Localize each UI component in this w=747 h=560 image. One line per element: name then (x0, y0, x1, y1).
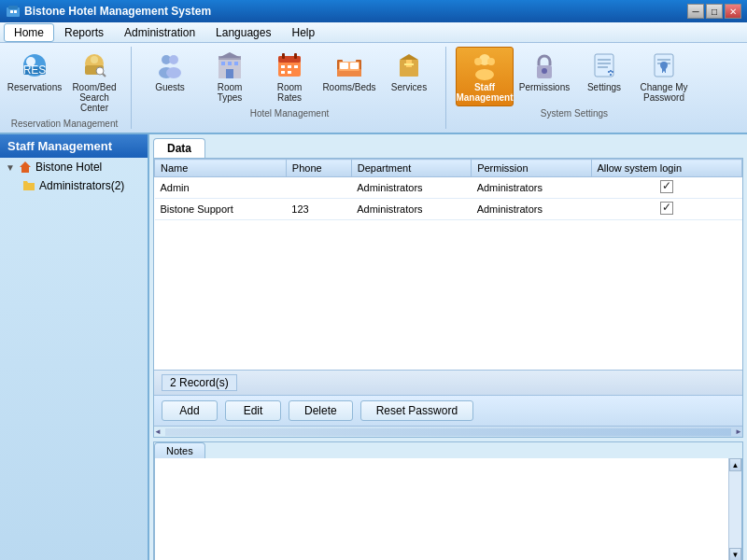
notes-tab[interactable]: Notes (154, 442, 205, 458)
tab-data[interactable]: Data (153, 138, 205, 158)
scroll-track (729, 471, 741, 548)
toolbar: RES Reservations Room/BedSearch Center (0, 43, 747, 134)
action-bar: Add Edit Delete Reset Password (154, 395, 742, 426)
cell-permission: Administrators (472, 199, 591, 220)
svg-rect-31 (281, 71, 285, 74)
menu-bar: Home Reports Administration Languages He… (0, 22, 747, 43)
rooms-beds-label: Rooms/Beds (322, 82, 375, 92)
title-bar: Bistone Hotel Management System ─ □ ✕ (0, 0, 747, 22)
permissions-button[interactable]: Permissions (515, 47, 573, 106)
scroll-hint: ◄ ► (154, 426, 742, 437)
notes-content: ▲ ▼ (154, 458, 742, 560)
menu-languages[interactable]: Languages (205, 23, 281, 42)
tree-root[interactable]: ▼ Bistone Hotel (0, 158, 148, 176)
room-types-button[interactable]: RoomTypes (201, 47, 259, 106)
cell-permission: Administrators (472, 177, 591, 199)
cell-allow-login (591, 199, 741, 220)
menu-administration[interactable]: Administration (114, 23, 205, 42)
add-button[interactable]: Add (162, 400, 218, 421)
col-allow-login: Allow system login (591, 160, 741, 177)
menu-reports[interactable]: Reports (54, 23, 114, 42)
room-rates-button[interactable]: RoomRates (261, 47, 318, 106)
cell-department: Administrators (351, 177, 471, 199)
maximize-button[interactable]: □ (706, 4, 723, 19)
edit-button[interactable]: Edit (225, 400, 281, 421)
svg-rect-21 (228, 62, 232, 65)
notes-scrollbar[interactable]: ▲ ▼ (728, 458, 741, 560)
notes-tab-bar: Notes (154, 442, 742, 458)
guests-icon (155, 50, 185, 80)
room-types-label: RoomTypes (218, 82, 243, 103)
tree-administrators-label: Administrators(2) (39, 179, 124, 192)
app-title: Bistone Hotel Management System (24, 5, 687, 18)
reservations-button[interactable]: RES Reservations (6, 47, 63, 117)
menu-home[interactable]: Home (4, 23, 54, 42)
app-icon (6, 4, 21, 19)
key-icon (649, 50, 679, 80)
building-icon (215, 50, 245, 80)
svg-marker-40 (400, 54, 418, 60)
room-rates-label: RoomRates (277, 82, 303, 103)
svg-rect-20 (221, 62, 225, 65)
svg-marker-56 (20, 161, 31, 173)
svg-point-11 (96, 67, 104, 75)
reservation-group-label: Reservation Management (6, 117, 123, 129)
guests-button[interactable]: Guests (141, 47, 199, 106)
svg-marker-19 (218, 52, 241, 58)
delete-button[interactable]: Delete (289, 400, 353, 421)
hotel-group-label: Hotel Management (141, 106, 438, 119)
staff-management-button[interactable]: StaffManagement (456, 47, 514, 106)
svg-rect-3 (14, 10, 17, 13)
services-button[interactable]: Services (380, 47, 438, 106)
scroll-right-icon: ► (735, 427, 742, 436)
change-password-button[interactable]: Change MyPassword (635, 47, 693, 106)
cell-department: Administrators (351, 199, 471, 220)
close-button[interactable]: ✕ (725, 4, 741, 19)
reset-password-button[interactable]: Reset Password (360, 400, 473, 421)
system-group-label: System Settings (456, 106, 693, 119)
bed-search-icon (79, 50, 109, 80)
scroll-up-button[interactable]: ▲ (729, 458, 741, 471)
minimize-button[interactable]: ─ (687, 4, 704, 19)
svg-rect-28 (281, 65, 285, 68)
svg-rect-42 (404, 63, 414, 65)
rooms-beds-button[interactable]: Rooms/Beds (320, 47, 378, 106)
col-department: Department (351, 160, 471, 177)
lock-icon (529, 50, 559, 80)
table-row[interactable]: Bistone Support 123 Administrators Admin… (155, 199, 742, 220)
checkbox-checked (660, 202, 673, 215)
permissions-label: Permissions (519, 82, 570, 92)
svg-rect-27 (294, 53, 297, 59)
sidebar-header: Staff Management (0, 134, 148, 158)
svg-rect-2 (10, 10, 13, 13)
record-count-value: 2 Record(s) (162, 374, 237, 391)
staff-icon (470, 50, 500, 80)
room-search-button[interactable]: Room/BedSearch Center (65, 47, 123, 117)
notes-panel: Notes ▲ ▼ (153, 441, 743, 560)
table-container[interactable]: Name Phone Department Permission Allow s… (154, 159, 742, 370)
table-row[interactable]: Admin Administrators Administrators (155, 177, 742, 199)
home-icon (19, 161, 32, 174)
svg-point-14 (169, 55, 178, 64)
settings-button[interactable]: Settings (575, 47, 633, 106)
main-area: Staff Management ▼ Bistone Hotel Adminis… (0, 134, 747, 560)
tree-administrators[interactable]: Administrators(2) (0, 176, 148, 195)
scroll-down-button[interactable]: ▼ (729, 548, 741, 560)
svg-rect-32 (288, 71, 291, 74)
services-label: Services (391, 82, 427, 92)
box-icon (394, 50, 424, 80)
svg-point-45 (474, 58, 482, 65)
staff-label: StaffManagement (456, 82, 513, 103)
tree-expand-icon: ▼ (6, 162, 15, 173)
settings-label: Settings (587, 82, 621, 92)
calendar2-icon (275, 50, 304, 80)
svg-rect-29 (288, 65, 291, 68)
svg-point-44 (475, 69, 494, 80)
window-controls: ─ □ ✕ (687, 4, 741, 19)
cell-phone: 123 (286, 199, 351, 220)
menu-help[interactable]: Help (281, 23, 325, 42)
data-panel: Name Phone Department Permission Allow s… (153, 158, 743, 438)
svg-point-10 (91, 56, 98, 63)
room-search-label: Room/BedSearch Center (68, 82, 120, 113)
folder-icon (22, 180, 35, 191)
